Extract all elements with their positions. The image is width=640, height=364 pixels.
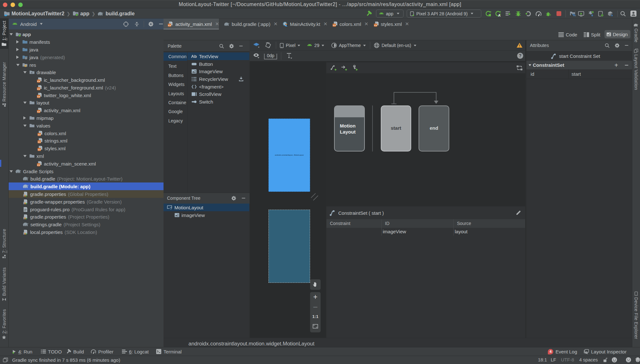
svg-text:A: A <box>498 13 501 17</box>
svg-text:?: ? <box>170 206 172 210</box>
